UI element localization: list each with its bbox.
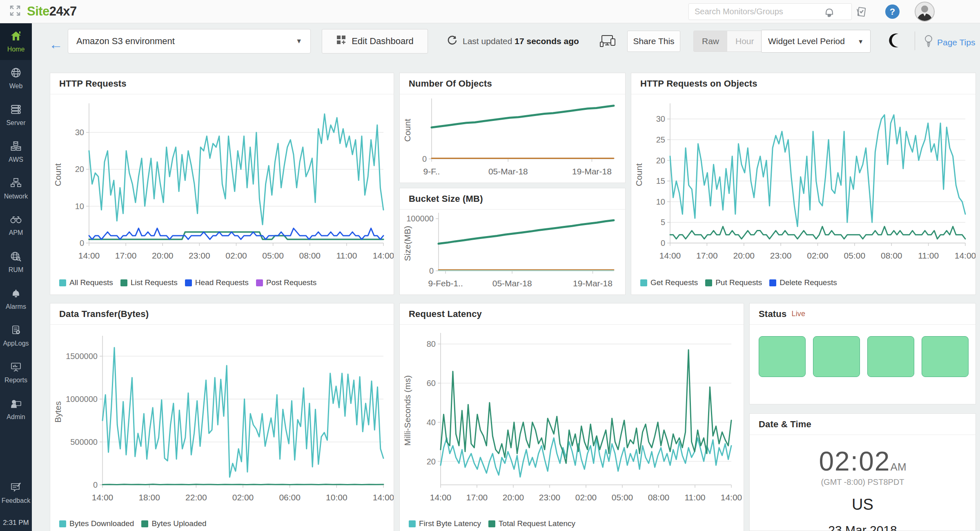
svg-text:14:00: 14:00 [92,493,114,502]
svg-text:40: 40 [427,418,436,427]
sidebar-item-web[interactable]: Web [0,60,32,97]
svg-text:14:00: 14:00 [955,251,976,260]
svg-text:05:00: 05:00 [262,251,284,260]
raw-hour-toggle: Raw Hour [693,31,763,52]
reports-icon [10,361,22,374]
back-arrow[interactable]: ← [49,36,63,52]
svg-text:1000000: 1000000 [66,395,98,404]
svg-text:0: 0 [80,239,84,248]
edit-dashboard-button[interactable]: Edit Dashboard [322,29,428,54]
chart-legend: All Requests List Requests Head Requests… [50,278,394,287]
toggle-hour[interactable]: Hour [727,31,762,51]
sidebar-item-home[interactable]: Home [0,23,32,60]
date-label: 23 Mar 2018 [750,523,976,531]
svg-text:14:00: 14:00 [373,493,394,502]
server-icon [10,104,22,116]
refresh-icon[interactable] [447,35,458,47]
sidebar-item-apm[interactable]: APM [0,207,32,244]
status-square[interactable] [922,336,969,377]
sidebar-item-server[interactable]: Server [0,97,32,134]
number-of-objects-chart: 09-F..05-Mar-1819-Mar-18Count [400,94,625,183]
legend-swatch [640,279,647,286]
svg-text:Count: Count [53,163,62,186]
svg-text:0: 0 [661,239,665,248]
legend-swatch [256,279,263,286]
svg-text:14:00: 14:00 [78,251,100,260]
legend-swatch [141,520,148,527]
sidebar-item-aws[interactable]: AWS [0,134,32,170]
panel-request-latency: Request Latency 2040608014:0017:0020:002… [399,303,744,531]
svg-text:10:00: 10:00 [326,493,347,502]
page-tips-link[interactable]: Page Tips [924,35,975,50]
svg-text:0: 0 [429,266,434,275]
chevron-down-icon: ▼ [858,38,864,45]
svg-text:Milli-Seconds (ms): Milli-Seconds (ms) [403,375,412,446]
svg-text:80: 80 [427,339,436,348]
dark-mode-moon-icon[interactable] [888,32,904,50]
dashboard-selector[interactable]: Amazon S3 environment ▼ [68,29,311,54]
svg-text:11:00: 11:00 [918,251,939,260]
cubes-icon [10,141,22,153]
svg-text:23:00: 23:00 [770,251,792,260]
sidebar-item-admin[interactable]: Admin [0,391,32,428]
dashboard-grid-icon [336,35,347,48]
chevron-down-icon: ▼ [296,38,302,45]
panel-title: Date & Time [750,414,976,435]
panel-number-of-objects: Number Of Objects 09-F..05-Mar-1819-Mar-… [399,73,626,183]
svg-text:02:00: 02:00 [807,251,829,260]
svg-text:23:00: 23:00 [539,493,561,502]
notifications-bell-icon[interactable] [822,4,837,20]
header-divider [915,31,915,50]
svg-text:14:00: 14:00 [430,493,452,502]
status-square[interactable] [867,336,914,377]
expand-icon[interactable] [9,4,21,18]
user-avatar[interactable] [915,2,935,22]
panel-http-requests: HTTP Requests 010203014:0017:0020:0023:0… [50,73,394,295]
share-this-button[interactable]: Share This [627,31,680,52]
sidebar-item-alarms[interactable]: Alarms [0,281,32,317]
legend-swatch [120,279,127,286]
panel-title: Data Transfer(Bytes) [50,303,394,325]
chart-legend: Get Requests Put Requests Delete Request… [631,278,976,287]
svg-text:100000: 100000 [406,214,434,223]
globe-icon [11,67,21,80]
admin-icon [10,398,22,411]
tasks-icon[interactable] [853,4,869,20]
svg-text:500000: 500000 [70,437,98,446]
svg-text:9-Feb-1..: 9-Feb-1.. [428,279,463,288]
home-icon [10,31,22,43]
sidebar-item-network[interactable]: Network [0,170,32,207]
app-logo[interactable]: Site24x7 [27,4,77,19]
help-icon[interactable]: ? [885,4,900,19]
status-square[interactable] [759,336,806,377]
top-bar: Site24x7 ? [0,0,980,23]
svg-text:30: 30 [75,128,84,137]
svg-text:20: 20 [427,457,436,466]
toggle-raw[interactable]: Raw [694,31,727,51]
widget-level-period-dropdown[interactable]: Widget Level Period ▼ [761,30,871,53]
sidebar-item-reports[interactable]: Reports [0,354,32,391]
svg-text:0: 0 [93,480,98,489]
sidebar-item-applogs[interactable]: AppLogs [0,317,32,354]
panel-data-transfer: Data Transfer(Bytes) 0500000100000015000… [50,303,394,531]
status-square[interactable] [813,336,860,377]
svg-text:15: 15 [656,176,665,185]
svg-text:02:00: 02:00 [232,493,254,502]
svg-text:14:00: 14:00 [659,251,681,260]
http-requests-chart: 010203014:0017:0020:0023:0002:0005:0008:… [50,94,394,272]
legend-swatch [59,279,66,286]
svg-text:0: 0 [422,154,427,163]
chart-legend: First Byte Latency Total Request Latency [400,519,744,528]
svg-text:5: 5 [661,218,665,227]
legend-swatch [409,520,416,527]
svg-text:06:00: 06:00 [279,493,301,502]
legend-swatch [705,279,712,286]
svg-text:10: 10 [75,202,84,211]
svg-text:08:00: 08:00 [648,493,670,502]
sidebar-item-rum[interactable]: RUM [0,244,32,281]
data-transfer-chart: 05000001000000150000014:0018:0022:0002:0… [50,325,394,513]
bulb-icon [924,35,933,50]
sidebar-item-feedback[interactable]: Feedback [0,475,32,511]
network-icon [10,178,22,190]
devices-icon[interactable] [599,34,617,50]
